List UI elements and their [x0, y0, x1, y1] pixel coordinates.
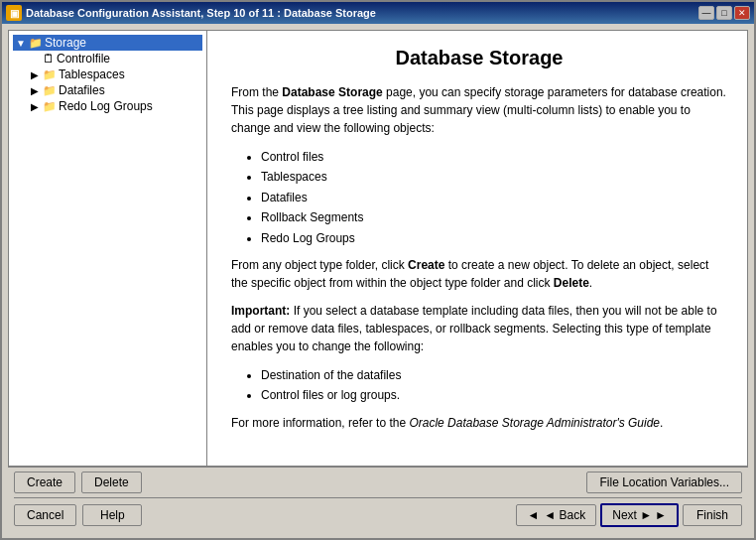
- title-bar: ▣ Database Configuration Assistant, Step…: [2, 2, 754, 24]
- important-text: If you select a database template includ…: [231, 304, 717, 353]
- file-location-button[interactable]: File Location Variables...: [586, 472, 742, 493]
- right-panel: Database Storage From the Database Stora…: [211, 31, 747, 466]
- tree-item-datafiles[interactable]: ▶ 📁 Datafiles: [27, 82, 202, 98]
- tablespaces-folder-icon: 📁: [43, 68, 57, 81]
- close-button[interactable]: ✕: [734, 6, 750, 20]
- main-window: ▣ Database Configuration Assistant, Step…: [0, 0, 756, 540]
- tree-children: 🗒 Controlfile ▶ 📁 Tablespaces ▶ 📁 Datafi…: [13, 51, 202, 114]
- tree-item-tablespaces[interactable]: ▶ 📁 Tablespaces: [27, 67, 202, 82]
- list-item-tablespaces: Tablespaces: [261, 167, 727, 187]
- ref-italic: Oracle Database Storage Administrator's …: [409, 416, 660, 430]
- back-button[interactable]: ◄ ◄ Back: [516, 504, 596, 526]
- finish-button[interactable]: Finish: [683, 504, 742, 526]
- next-label: Next ►: [612, 508, 652, 522]
- main-panel: ▼ 📁 Storage 🗒 Controlfile ▶ 📁 Tablespace…: [8, 30, 748, 467]
- list-item-rollback: Rollback Segments: [261, 207, 727, 227]
- para2-pre: From any object type folder, click: [231, 258, 408, 272]
- description-important: Important: If you select a database temp…: [231, 302, 727, 355]
- tree-panel: ▼ 📁 Storage 🗒 Controlfile ▶ 📁 Tablespace…: [9, 31, 207, 466]
- list-item-destination: Destination of the datafiles: [261, 365, 727, 385]
- next-button[interactable]: Next ► ►: [600, 503, 679, 527]
- footer-right: ◄ ◄ Back Next ► ► Finish: [516, 503, 742, 527]
- help-button[interactable]: Help: [82, 504, 142, 526]
- ref-post: .: [660, 416, 663, 430]
- description-paragraph2: From any object type folder, click Creat…: [231, 256, 727, 292]
- bold-create: Create: [408, 258, 444, 272]
- create-button[interactable]: Create: [14, 472, 75, 493]
- expand-redo: ▶: [29, 101, 41, 112]
- next-arrow-icon: ►: [655, 508, 667, 522]
- tree-item-redo-log-groups[interactable]: ▶ 📁 Redo Log Groups: [27, 98, 202, 114]
- template-list: Destination of the datafiles Control fil…: [261, 365, 727, 406]
- minimize-button[interactable]: —: [698, 6, 714, 20]
- expand-tablespaces: ▶: [29, 69, 41, 80]
- features-list: Control files Tablespaces Datafiles Roll…: [261, 147, 727, 248]
- back-label: ◄ Back: [544, 508, 585, 522]
- tree-item-controlfile[interactable]: 🗒 Controlfile: [27, 51, 202, 67]
- back-arrow-icon: ◄: [527, 508, 539, 522]
- important-label: Important:: [231, 304, 290, 318]
- tree-root-storage[interactable]: ▼ 📁 Storage: [13, 35, 202, 51]
- controlfile-icon: 🗒: [43, 52, 55, 66]
- bold-delete: Delete: [554, 276, 589, 290]
- bold-database-storage: Database Storage: [282, 85, 382, 99]
- redo-folder-icon: 📁: [43, 100, 57, 113]
- footer-left: Cancel Help: [14, 504, 142, 526]
- title-bar-left: ▣ Database Configuration Assistant, Step…: [6, 5, 376, 21]
- bottom-left-buttons: Create Delete: [14, 472, 142, 493]
- page-title: Database Storage: [231, 47, 727, 69]
- list-item-datafiles: Datafiles: [261, 188, 727, 207]
- reference-paragraph: For more information, refer to the Oracl…: [231, 414, 727, 432]
- list-item-control-files: Control files: [261, 147, 727, 167]
- datafiles-folder-icon: 📁: [43, 84, 57, 97]
- bottom-action-bar: Create Delete File Location Variables...: [8, 467, 748, 497]
- expand-datafiles: ▶: [29, 85, 41, 96]
- para2-end: .: [589, 276, 592, 290]
- expand-icon: ▼: [15, 38, 27, 49]
- list-item-control-log: Control files or log groups.: [261, 385, 727, 405]
- desc-text1: From the: [231, 85, 282, 99]
- footer-bar: Cancel Help ◄ ◄ Back Next ► ► Finish: [8, 498, 748, 532]
- ref-pre: For more information, refer to the: [231, 416, 409, 430]
- description-paragraph1: From the Database Storage page, you can …: [231, 83, 727, 137]
- cancel-button[interactable]: Cancel: [14, 504, 76, 526]
- delete-button[interactable]: Delete: [81, 472, 142, 493]
- storage-folder-icon: 📁: [29, 37, 43, 50]
- window-title: Database Configuration Assistant, Step 1…: [26, 7, 376, 19]
- maximize-button[interactable]: □: [716, 6, 732, 20]
- title-bar-buttons[interactable]: — □ ✕: [698, 6, 750, 20]
- content-area: ▼ 📁 Storage 🗒 Controlfile ▶ 📁 Tablespace…: [2, 24, 754, 538]
- list-item-redo-log: Redo Log Groups: [261, 228, 727, 248]
- app-icon: ▣: [6, 5, 22, 21]
